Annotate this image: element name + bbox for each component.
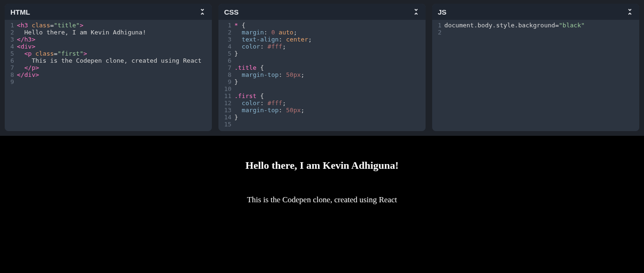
app-root: HTML 1 2 3 4 5 6 7 8 9 <h3 class="title"… — [0, 0, 644, 273]
compress-icon[interactable] — [197, 7, 208, 17]
preview-subheading: This is the Codepen clone, created using… — [0, 195, 644, 205]
js-pane: JS 1 2 document.body.style.background="b… — [432, 4, 639, 131]
preview-body: This is the Codepen clone, created using… — [0, 195, 644, 205]
preview-heading: Hello there, I am Kevin Adhiguna! — [0, 159, 644, 172]
js-editor[interactable]: 1 2 document.body.style.background="blac… — [432, 20, 639, 131]
js-pane-header: JS — [432, 4, 639, 20]
html-code[interactable]: <h3 class="title"> Hello there, I am Kev… — [17, 22, 212, 129]
compress-icon[interactable] — [411, 7, 422, 17]
compress-icon[interactable] — [625, 7, 636, 17]
css-pane: CSS 1 2 3 4 5 6 7 8 9 10 11 12 13 14 15 … — [218, 4, 426, 131]
css-code[interactable]: * { margin: 0 auto; text-align: center; … — [234, 22, 426, 129]
css-pane-header: CSS — [218, 4, 426, 20]
js-gutter: 1 2 — [432, 22, 444, 129]
html-pane-header: HTML — [5, 4, 212, 20]
preview-frame: Hello there, I am Kevin Adhiguna! This i… — [0, 136, 644, 273]
css-editor[interactable]: 1 2 3 4 5 6 7 8 9 10 11 12 13 14 15 * { … — [218, 20, 426, 131]
css-pane-title: CSS — [224, 8, 239, 16]
html-gutter: 1 2 3 4 5 6 7 8 9 — [5, 22, 17, 129]
html-pane: HTML 1 2 3 4 5 6 7 8 9 <h3 class="title"… — [5, 4, 212, 131]
html-editor[interactable]: 1 2 3 4 5 6 7 8 9 <h3 class="title"> Hel… — [5, 20, 212, 131]
js-code[interactable]: document.body.style.background="black" — [444, 22, 639, 129]
css-gutter: 1 2 3 4 5 6 7 8 9 10 11 12 13 14 15 — [218, 22, 234, 129]
editors-row: HTML 1 2 3 4 5 6 7 8 9 <h3 class="title"… — [0, 0, 644, 136]
html-pane-title: HTML — [10, 8, 30, 16]
js-pane-title: JS — [438, 8, 446, 16]
